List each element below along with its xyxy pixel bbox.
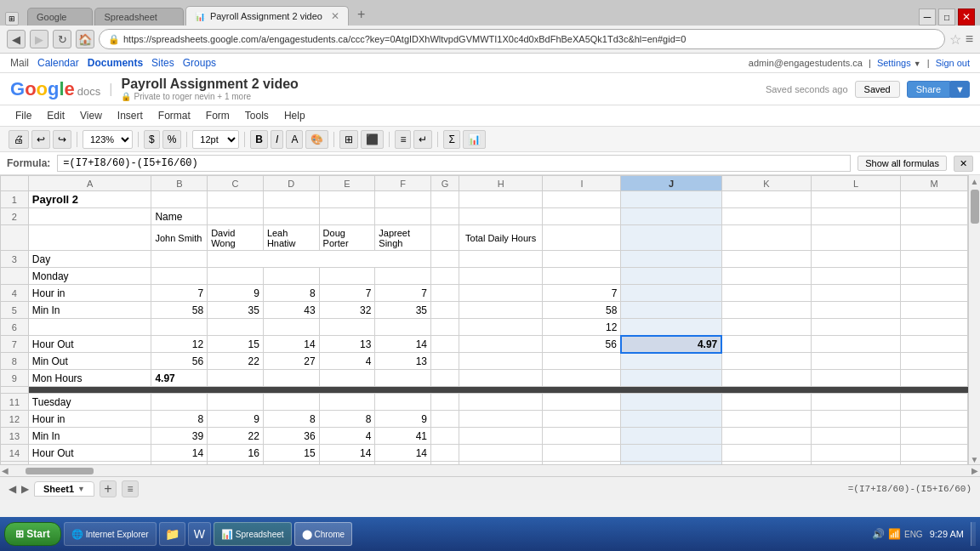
scroll-up-btn[interactable]: ▲ (971, 177, 979, 186)
cell-k1[interactable] (721, 191, 811, 208)
tab-inactive-2[interactable]: Spreadsheet (94, 8, 183, 26)
cell-f12[interactable]: 9 (375, 411, 431, 428)
cell-k2b[interactable] (721, 225, 811, 251)
refresh-btn[interactable]: ↻ (53, 30, 71, 48)
menu-edit[interactable]: Edit (40, 107, 71, 124)
cell-e2b[interactable]: Doug Porter (319, 225, 375, 251)
cell-m9[interactable] (901, 370, 968, 387)
percent-btn[interactable]: % (162, 130, 182, 149)
cell-i8[interactable] (543, 353, 621, 370)
sheet-list-btn[interactable]: ≡ (122, 480, 139, 497)
cell-a9[interactable]: Mon Hours (28, 370, 151, 387)
cell-g1[interactable] (431, 191, 459, 208)
h-scroll-left[interactable]: ◀ (2, 466, 9, 475)
cell-j7-selected[interactable]: 4.97 (621, 336, 721, 353)
cell-b12[interactable]: 8 (151, 411, 208, 428)
cell-g8[interactable] (431, 353, 459, 370)
taskbar-btn-chrome[interactable]: ⬤ Chrome (294, 522, 353, 546)
cell-cdef3[interactable] (208, 251, 431, 268)
align-btn[interactable]: ≡ (395, 130, 411, 149)
merge-btn[interactable]: ⬛ (361, 130, 384, 149)
col-header-f[interactable]: F (375, 176, 431, 191)
cell-c4[interactable]: 9 (208, 285, 264, 302)
cell-f8[interactable]: 13 (375, 353, 431, 370)
cell-g12[interactable] (431, 411, 459, 428)
cell-l2b[interactable] (811, 225, 900, 251)
cell-g14[interactable] (431, 445, 459, 462)
cell-k14[interactable] (721, 445, 811, 462)
cell-h11[interactable] (459, 394, 543, 411)
cell-j13[interactable] (621, 428, 721, 445)
print-btn[interactable]: 🖨 (9, 130, 29, 149)
cell-a-mon[interactable]: Monday (28, 268, 151, 285)
cell-e6[interactable] (319, 319, 375, 336)
cell-f2[interactable] (375, 208, 431, 225)
cell-l-mon[interactable] (811, 268, 900, 285)
cell-m2b[interactable] (901, 225, 968, 251)
cell-j11[interactable] (621, 394, 721, 411)
cell-i3[interactable] (543, 251, 621, 268)
start-btn[interactable]: ⊞ Start (4, 522, 61, 546)
cell-l6[interactable] (811, 319, 900, 336)
sum-btn[interactable]: Σ (443, 130, 459, 149)
cell-a4[interactable]: Hour in (28, 285, 151, 302)
cell-i13[interactable] (543, 428, 621, 445)
cell-f9[interactable] (375, 370, 431, 387)
cell-j4[interactable] (621, 285, 721, 302)
cell-k3[interactable] (721, 251, 811, 268)
cell-l3[interactable] (811, 251, 900, 268)
cell-h3[interactable] (459, 251, 543, 268)
address-bar[interactable]: 🔒 https://spreadsheets.google.com/a/enga… (99, 29, 945, 49)
cell-j3[interactable] (621, 251, 721, 268)
back-btn[interactable]: ◀ (7, 30, 26, 48)
cell-l16[interactable] (811, 462, 900, 465)
cell-m1[interactable] (901, 191, 968, 208)
cell-d2[interactable] (263, 208, 319, 225)
cell-i5[interactable]: 58 (543, 302, 621, 319)
cell-l5[interactable] (811, 302, 900, 319)
menu-help[interactable]: Help (277, 107, 312, 124)
cell-i14[interactable] (543, 445, 621, 462)
col-header-c[interactable]: C (208, 176, 264, 191)
cell-m5[interactable] (901, 302, 968, 319)
add-sheet-btn[interactable]: + (100, 480, 117, 497)
cell-f1[interactable] (375, 191, 431, 208)
col-header-h[interactable]: H (459, 176, 543, 191)
cell-e2[interactable] (319, 208, 375, 225)
col-header-j[interactable]: J (621, 176, 721, 191)
cell-m8[interactable] (901, 353, 968, 370)
cell-e14[interactable]: 14 (319, 445, 375, 462)
cell-a11[interactable]: Tuesday (28, 394, 151, 411)
cell-d6[interactable] (263, 319, 319, 336)
minimize-btn[interactable]: ─ (919, 9, 936, 26)
cell-e1[interactable] (319, 191, 375, 208)
cell-k16[interactable] (721, 462, 811, 465)
cell-a13[interactable]: Min In (28, 428, 151, 445)
cell-e16[interactable]: 33 (319, 462, 375, 465)
cell-c12[interactable]: 9 (208, 411, 264, 428)
cell-b13[interactable]: 39 (151, 428, 208, 445)
cell-j12[interactable] (621, 411, 721, 428)
cell-k6[interactable] (721, 319, 811, 336)
cell-m6[interactable] (901, 319, 968, 336)
cell-i16[interactable] (543, 462, 621, 465)
font-size-select[interactable]: 12pt (192, 130, 239, 149)
scroll-thumb[interactable] (971, 190, 979, 224)
cell-f16[interactable]: 42 (375, 462, 431, 465)
col-header-i[interactable]: I (543, 176, 621, 191)
cell-g4[interactable] (431, 285, 459, 302)
settings-btn[interactable]: ≡ (966, 31, 973, 47)
font-color-btn[interactable]: A (286, 130, 303, 149)
taskbar-show-desktop[interactable] (971, 522, 976, 546)
taskbar-btn-folder[interactable]: 📁 (159, 522, 185, 546)
cell-d14[interactable]: 15 (263, 445, 319, 462)
cell-e12[interactable]: 8 (319, 411, 375, 428)
cell-i4[interactable]: 7 (543, 285, 621, 302)
formula-input[interactable] (57, 155, 851, 172)
cell-b7[interactable]: 12 (151, 336, 208, 353)
cell-b14[interactable]: 14 (151, 445, 208, 462)
cell-b5[interactable]: 58 (151, 302, 208, 319)
bg-color-btn[interactable]: 🎨 (305, 130, 328, 149)
cell-h4[interactable] (459, 285, 543, 302)
cell-l8[interactable] (811, 353, 900, 370)
